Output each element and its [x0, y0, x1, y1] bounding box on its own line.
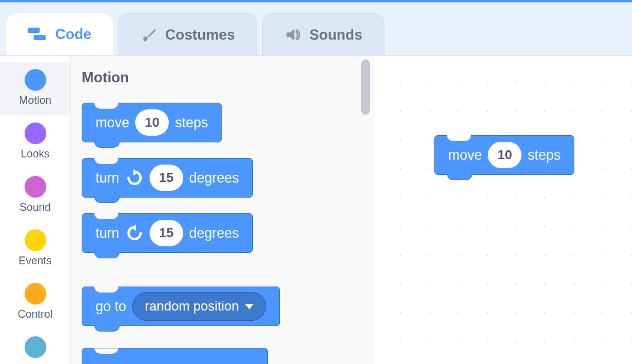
category-control[interactable]: Control	[0, 276, 70, 329]
tab-label: Code	[55, 26, 91, 43]
category-dot	[25, 123, 46, 144]
category-sound[interactable]: Sound	[0, 169, 70, 222]
canvas-block-move-steps[interactable]: move 10 steps	[434, 135, 574, 175]
tab-label: Costumes	[165, 26, 235, 43]
code-icon	[28, 26, 48, 42]
block-turn-ccw[interactable]: turn 15 degrees	[82, 213, 253, 253]
category-label: Looks	[20, 148, 49, 160]
script-canvas[interactable]: move 10 steps	[374, 56, 632, 364]
palette-scrollbar[interactable]	[361, 59, 370, 115]
block-number-input[interactable]: 15	[150, 220, 183, 246]
block-number-input[interactable]: 15	[150, 165, 183, 191]
block-partial[interactable]	[82, 348, 268, 364]
dropdown-label: random position	[145, 299, 239, 314]
category-label: Sound	[19, 201, 50, 214]
category-events[interactable]: Events	[0, 222, 70, 276]
svg-rect-0	[28, 28, 40, 33]
tab-bar: Code Costumes Sounds	[0, 2, 632, 55]
svg-rect-1	[34, 35, 46, 40]
rotate-ccw-icon	[126, 224, 144, 242]
category-dot	[25, 336, 46, 358]
rotate-cw-icon	[126, 169, 144, 187]
block-text: degrees	[189, 225, 239, 241]
tab-sounds[interactable]: Sounds	[262, 13, 384, 55]
category-label: Motion	[19, 94, 51, 107]
block-dropdown[interactable]: random position	[132, 292, 266, 321]
category-dot	[25, 283, 46, 305]
block-go-to[interactable]: go to random position	[82, 287, 280, 326]
block-text: degrees	[189, 170, 239, 186]
block-text: turn	[96, 225, 120, 241]
category-looks[interactable]: Looks	[0, 115, 70, 169]
speaker-icon	[284, 26, 302, 44]
block-text: steps	[527, 147, 561, 163]
block-number-input[interactable]: 10	[135, 109, 169, 136]
block-text: move	[448, 147, 482, 163]
tab-costumes[interactable]: Costumes	[118, 13, 257, 55]
block-text: steps	[175, 115, 208, 131]
block-turn-cw[interactable]: turn 15 degrees	[82, 158, 253, 198]
tab-code[interactable]: Code	[6, 13, 113, 55]
category-dot	[25, 176, 46, 198]
block-text: turn	[96, 170, 120, 186]
category-dot	[25, 229, 46, 251]
category-dot	[25, 69, 46, 91]
main-area: Motion Looks Sound Events Control Motion…	[0, 55, 632, 364]
block-text: move	[96, 115, 129, 131]
block-number-input[interactable]: 10	[488, 142, 521, 168]
block-palette: Motion move 10 steps turn 15 degrees tur…	[71, 56, 374, 364]
paintbrush-icon	[140, 26, 158, 44]
category-label: Events	[19, 255, 52, 267]
block-text: go to	[96, 299, 126, 315]
category-label: Control	[17, 308, 52, 321]
block-move-steps[interactable]: move 10 steps	[82, 103, 222, 142]
chevron-down-icon	[245, 304, 254, 309]
category-list: Motion Looks Sound Events Control	[0, 56, 71, 364]
category-sensing[interactable]	[0, 329, 70, 362]
palette-title: Motion	[82, 69, 363, 86]
tab-label: Sounds	[309, 26, 362, 43]
category-motion[interactable]: Motion	[0, 62, 70, 115]
